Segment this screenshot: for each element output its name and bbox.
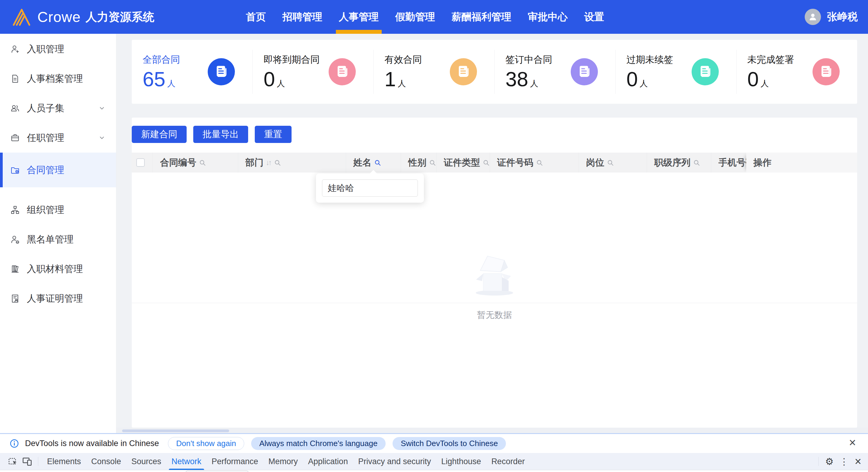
empty-box-illustration <box>472 252 517 297</box>
chevron-down-icon <box>99 135 105 141</box>
sidebar: 入职管理 人事档案管理 人员子集 <box>0 34 116 433</box>
devtools-tab[interactable]: Memory <box>263 453 303 470</box>
devtools-close-icon[interactable]: × <box>855 456 861 467</box>
column-search-icon[interactable] <box>693 159 700 166</box>
sidebar-item[interactable]: 合同管理 <box>0 153 116 187</box>
user-name: 张峥税 <box>827 10 858 24</box>
devtools-tab[interactable]: Recorder <box>486 453 530 470</box>
sidebar-item-icon <box>10 165 20 175</box>
sidebar-item[interactable]: 入职材料管理 <box>0 254 116 284</box>
stat-value: 0 <box>264 68 275 90</box>
column-search-icon[interactable] <box>536 159 543 166</box>
table-body: 暂无数据 <box>132 173 857 303</box>
sidebar-item[interactable]: 人事档案管理 <box>0 64 116 93</box>
column-search-icon[interactable] <box>607 159 614 166</box>
column-sort-icon[interactable]: ↓↑ <box>266 158 271 167</box>
toolbar-button[interactable]: 重置 <box>255 126 291 143</box>
contract-doc-icon <box>208 58 235 85</box>
table-column-header: 性别 <box>401 153 437 173</box>
table-toolbar: 新建合同 批量导出 重置 <box>132 126 291 143</box>
sidebar-item-label: 人员子集 <box>27 102 64 115</box>
sidebar-item[interactable]: 黑名单管理 <box>0 225 116 254</box>
top-nav-item[interactable]: 人事管理 <box>338 0 380 34</box>
contract-table-panel: 新建合同 批量导出 重置 合同编号 <box>132 118 857 427</box>
stat-unit: 人 <box>761 78 769 89</box>
sidebar-item[interactable]: 组织管理 <box>0 195 116 225</box>
horizontal-scrollbar-track <box>116 427 868 433</box>
infobar-action-button[interactable]: Don't show again <box>168 437 244 450</box>
sidebar-item-label: 入职材料管理 <box>27 263 83 275</box>
toolbar-button[interactable]: 批量导出 <box>193 126 248 143</box>
toolbar-separator <box>818 457 818 466</box>
table-column-header: 职级序列 <box>647 153 711 173</box>
contract-doc-icon <box>329 58 356 85</box>
infobar-actions: Don't show again Always match Chrome's l… <box>168 437 506 450</box>
user-avatar <box>805 9 821 25</box>
column-search-icon[interactable] <box>274 159 281 166</box>
devtools-tab[interactable]: Application <box>303 453 353 470</box>
column-label: 合同编号 <box>160 156 196 169</box>
toolbar-button[interactable]: 新建合同 <box>132 126 187 143</box>
stat-value: 0 <box>626 68 638 90</box>
devtools-tab[interactable]: Network <box>166 453 207 470</box>
devtools-infobar: DevTools is now available in Chinese Don… <box>0 434 868 453</box>
user-menu[interactable]: 张峥税 <box>805 9 868 25</box>
stat-label: 有效合同 <box>384 53 422 66</box>
column-label: 证件类型 <box>444 156 480 169</box>
infobar-action-button[interactable]: Always match Chrome's language <box>251 437 385 450</box>
devtools-tab[interactable]: Lighthouse <box>436 453 486 470</box>
stat-value: 1 <box>384 68 396 90</box>
column-label: 岗位 <box>586 156 604 169</box>
contract-doc-icon <box>450 58 477 85</box>
stat-unit: 人 <box>277 78 285 89</box>
sidebar-item[interactable]: 入职管理 <box>0 34 116 64</box>
top-nav-item[interactable]: 招聘管理 <box>281 0 323 34</box>
table-column-header: 岗位 <box>579 153 647 173</box>
column-search-icon[interactable] <box>199 159 206 166</box>
column-search-icon[interactable] <box>429 159 436 166</box>
sidebar-item-icon <box>10 74 20 84</box>
person-icon <box>808 12 818 22</box>
column-label: 证件号码 <box>497 156 533 169</box>
column-label: 部门 <box>245 156 264 169</box>
top-nav-item[interactable]: 设置 <box>583 0 606 34</box>
column-search-icon[interactable] <box>483 159 490 166</box>
stat-value: 38 <box>506 68 529 90</box>
sidebar-item[interactable]: 人事证明管理 <box>0 284 116 313</box>
stat-card: 即将到期合同 0 人 <box>252 50 373 94</box>
name-filter-input[interactable] <box>322 179 418 197</box>
sidebar-item[interactable]: 人员子集 <box>0 93 116 123</box>
inspect-element-icon[interactable] <box>7 456 18 467</box>
sidebar-item-icon <box>10 264 20 274</box>
brand-product-name: 人力资源系统 <box>86 9 154 25</box>
devtools-tab[interactable]: Elements <box>42 453 86 470</box>
device-toolbar-icon[interactable] <box>22 456 32 467</box>
top-nav-item[interactable]: 首页 <box>245 0 267 34</box>
network-filter-box-sliver[interactable] <box>185 471 249 472</box>
devtools-tab[interactable]: Performance <box>207 453 264 470</box>
select-all-checkbox[interactable] <box>136 158 145 167</box>
top-nav-item[interactable]: 审批中心 <box>527 0 569 34</box>
contract-stats-panel: 全部合同 65 人 即将到期合同 0 <box>132 40 857 104</box>
gear-icon[interactable]: ⚙ <box>825 456 834 467</box>
sidebar-item-icon <box>10 104 20 113</box>
top-nav-item[interactable]: 假勤管理 <box>394 0 436 34</box>
devtools-right-controls: ⚙ ⋮ × <box>815 456 868 467</box>
stat-value: 0 <box>747 68 759 90</box>
top-nav-item[interactable]: 薪酬福利管理 <box>451 0 513 34</box>
devtools-tab[interactable]: Sources <box>126 453 166 470</box>
devtools-tab[interactable]: Privacy and security <box>353 453 436 470</box>
sidebar-item-icon <box>10 133 20 143</box>
horizontal-scrollbar-thumb[interactable] <box>122 430 229 432</box>
infobar-action-button[interactable]: Switch DevTools to Chinese <box>393 437 506 450</box>
infobar-close-icon[interactable]: × <box>849 436 856 448</box>
kebab-menu-icon[interactable]: ⋮ <box>840 456 849 467</box>
sidebar-item-label: 合同管理 <box>27 164 64 176</box>
sidebar-item-label: 人事档案管理 <box>27 72 83 85</box>
table-column-header: 姓名 <box>346 153 401 173</box>
column-search-icon[interactable] <box>374 159 381 166</box>
sidebar-item-icon <box>10 235 20 244</box>
stat-card: 未完成签署 0 人 <box>736 50 857 94</box>
devtools-tab[interactable]: Console <box>86 453 126 470</box>
sidebar-item[interactable]: 任职管理 <box>0 123 116 153</box>
